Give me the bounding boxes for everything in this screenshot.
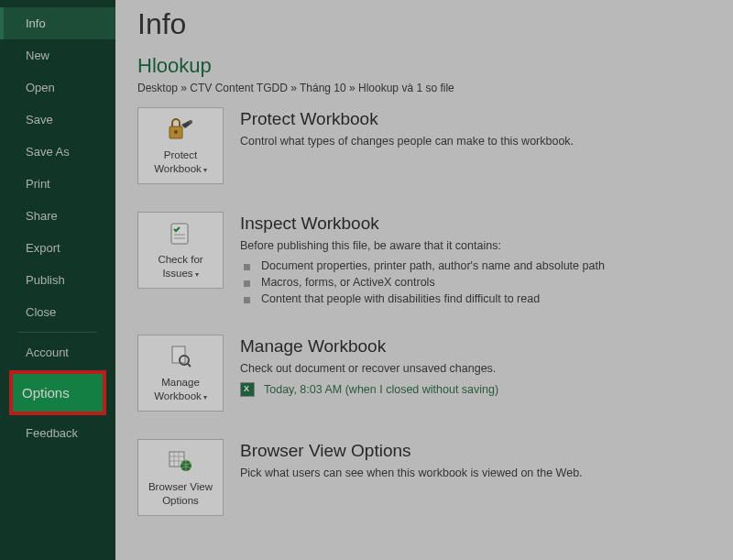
sidebar-item-open[interactable]: Open	[0, 71, 115, 104]
sidebar-item-save[interactable]: Save	[0, 104, 115, 136]
inspect-bullets: Document properties, printer path, autho…	[240, 258, 711, 307]
sidebar-item-save-as[interactable]: Save As	[0, 136, 115, 168]
section-title: Protect Workbook	[240, 109, 711, 129]
section-desc: Before publishing this file, be aware th…	[240, 239, 711, 252]
sidebar-item-feedback[interactable]: Feedback	[0, 417, 115, 449]
svg-line-8	[187, 363, 191, 367]
backstage-sidebar: Info New Open Save Save As Print Share E…	[0, 0, 115, 560]
browser-view-section: Browser View Options Browser View Option…	[137, 439, 711, 516]
svg-point-1	[174, 130, 178, 134]
sidebar-item-publish[interactable]: Publish	[0, 264, 115, 296]
list-item: Macros, forms, or ActiveX controls	[244, 274, 711, 291]
inspect-workbook-section: Check for Issues▾ Inspect Workbook Befor…	[137, 212, 711, 307]
section-desc: Pick what users can see when this workbo…	[240, 467, 711, 479]
section-title: Browser View Options	[240, 441, 711, 461]
sidebar-item-account[interactable]: Account	[0, 336, 115, 368]
checklist-icon	[169, 220, 192, 247]
sidebar-item-new[interactable]: New	[0, 39, 115, 71]
tile-label: Manage Workbook▾	[142, 376, 219, 403]
section-title: Inspect Workbook	[240, 214, 711, 234]
svg-rect-3	[171, 224, 188, 244]
manage-workbook-tile[interactable]: Manage Workbook▾	[137, 335, 224, 412]
browser-view-options-tile[interactable]: Browser View Options	[137, 439, 224, 516]
svg-rect-6	[172, 346, 185, 363]
page-title: Info	[137, 7, 711, 41]
protect-workbook-tile[interactable]: Protect Workbook▾	[137, 107, 224, 184]
section-desc: Check out document or recover unsaved ch…	[240, 362, 711, 375]
sidebar-divider	[18, 332, 97, 333]
sidebar-item-options[interactable]: Options	[13, 374, 103, 412]
section-desc: Control what types of changes people can…	[240, 135, 711, 148]
tile-label: Check for Issues▾	[142, 253, 219, 280]
tile-label: Browser View Options	[142, 480, 219, 508]
document-magnify-icon	[169, 343, 192, 370]
excel-icon	[240, 382, 255, 397]
sidebar-item-share[interactable]: Share	[0, 200, 115, 232]
tile-label: Protect Workbook▾	[142, 148, 219, 176]
sidebar-item-print[interactable]: Print	[0, 168, 115, 200]
document-name: Hlookup	[137, 54, 711, 78]
sidebar-item-info[interactable]: Info	[0, 7, 115, 39]
sidebar-item-export[interactable]: Export	[0, 232, 115, 264]
check-for-issues-tile[interactable]: Check for Issues▾	[137, 212, 224, 289]
list-item: Document properties, printer path, autho…	[244, 258, 711, 274]
version-entry[interactable]: Today, 8:03 AM (when I closed without sa…	[240, 380, 711, 397]
globe-sheet-icon	[168, 447, 193, 475]
section-title: Manage Workbook	[240, 336, 711, 357]
lock-key-icon	[167, 115, 194, 143]
protect-workbook-section: Protect Workbook▾ Protect Workbook Contr…	[137, 107, 711, 184]
sidebar-item-close[interactable]: Close	[0, 296, 115, 328]
svg-point-2	[189, 120, 192, 124]
main-panel: Info Hlookup Desktop » CTV Content TGDD …	[115, 0, 733, 560]
breadcrumb: Desktop » CTV Content TGDD » Tháng 10 » …	[137, 82, 711, 94]
manage-workbook-section: Manage Workbook▾ Manage Workbook Check o…	[137, 335, 711, 412]
list-item: Content that people with disabilities fi…	[244, 291, 711, 307]
